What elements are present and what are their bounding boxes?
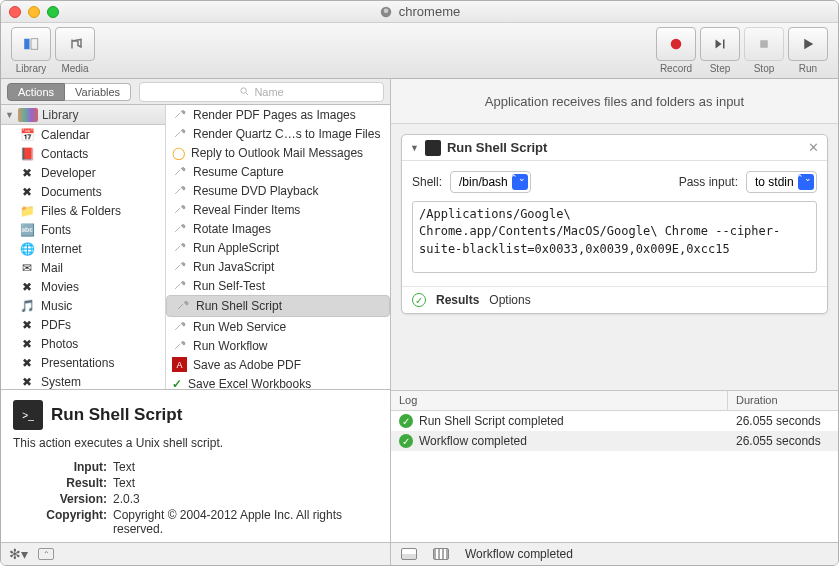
library-header[interactable]: ▼ Library (1, 105, 165, 125)
action-item[interactable]: Run Workflow (166, 336, 390, 355)
log-header-log[interactable]: Log (391, 391, 728, 410)
segment-actions[interactable]: Actions (7, 83, 65, 101)
segment-variables[interactable]: Variables (65, 83, 131, 101)
tool-icon (172, 258, 187, 276)
action-label: Run AppleScript (193, 241, 279, 255)
disclosure-triangle-icon[interactable]: ▼ (5, 110, 14, 120)
action-item[interactable]: Render PDF Pages as Images (166, 105, 390, 124)
svg-line-8 (246, 93, 248, 95)
minimize-window-button[interactable] (28, 6, 40, 18)
category-item[interactable]: ✖Documents (1, 182, 165, 201)
category-item[interactable]: 🌐Internet (1, 239, 165, 258)
action-label: Save Excel Workbooks (188, 377, 311, 390)
desc-value: 2.0.3 (113, 492, 378, 506)
category-label: Mail (41, 261, 63, 275)
action-item[interactable]: ASave as Adobe PDF (166, 355, 390, 374)
category-item[interactable]: ✖Developer (1, 163, 165, 182)
disclosure-triangle-icon[interactable]: ▼ (410, 143, 419, 153)
script-textarea[interactable]: /Applications/Google\ Chrome.app/Content… (412, 201, 817, 273)
action-item[interactable]: ◯Reply to Outlook Mail Messages (166, 143, 390, 162)
library-header-label: Library (42, 108, 79, 122)
category-item[interactable]: ✖Movies (1, 277, 165, 296)
segmented-control: Actions Variables (7, 83, 131, 101)
step-button[interactable] (700, 27, 740, 61)
workflow-pane: Application receives files and folders a… (391, 79, 838, 542)
log-row[interactable]: ✓Workflow completed26.055 seconds (391, 431, 838, 451)
category-icon: ✖ (19, 355, 35, 371)
action-item[interactable]: Run AppleScript (166, 238, 390, 257)
category-item[interactable]: 🔤Fonts (1, 220, 165, 239)
run-icon (799, 35, 817, 53)
category-item[interactable]: ✉Mail (1, 258, 165, 277)
zoom-window-button[interactable] (47, 6, 59, 18)
svg-point-4 (671, 39, 682, 50)
svg-rect-5 (723, 40, 725, 49)
log-row[interactable]: ✓Run Shell Script completed26.055 second… (391, 411, 838, 431)
category-item[interactable]: ✖PDFs (1, 315, 165, 334)
category-item[interactable]: ✖System (1, 372, 165, 389)
action-item[interactable]: ✓Save Excel Workbooks (166, 374, 390, 389)
run-button[interactable] (788, 27, 828, 61)
desc-key: Result: (13, 476, 113, 490)
shell-label: Shell: (412, 175, 442, 189)
category-list: ▼ Library 📅Calendar📕Contacts✖Developer✖D… (1, 105, 166, 389)
search-input[interactable]: Name (139, 82, 384, 102)
action-item[interactable]: Render Quartz C…s to Image Files (166, 124, 390, 143)
category-icon: ✖ (19, 317, 35, 333)
action-item[interactable]: Resume Capture (166, 162, 390, 181)
category-item[interactable]: 📁Files & Folders (1, 201, 165, 220)
action-item[interactable]: Rotate Images (166, 219, 390, 238)
receives-banner[interactable]: Application receives files and folders a… (391, 79, 838, 124)
media-icon (66, 35, 84, 53)
action-label: Render PDF Pages as Images (193, 108, 356, 122)
results-tab[interactable]: Results (436, 293, 479, 307)
stop-label: Stop (754, 63, 775, 74)
category-icon: ✖ (19, 279, 35, 295)
action-item[interactable]: Run Web Service (166, 317, 390, 336)
action-item[interactable]: Run Shell Script (166, 295, 390, 317)
svg-rect-2 (24, 39, 29, 50)
category-label: Photos (41, 337, 78, 351)
category-label: Music (41, 299, 72, 313)
category-item[interactable]: ✖Presentations (1, 353, 165, 372)
shell-select[interactable]: /bin/bash (450, 171, 531, 193)
log-header-duration[interactable]: Duration (728, 391, 838, 410)
action-item[interactable]: Resume DVD Playback (166, 181, 390, 200)
workflow-canvas[interactable]: ▼ Run Shell Script ✕ Shell: /bin/bash Pa… (391, 124, 838, 390)
record-button[interactable] (656, 27, 696, 61)
media-button[interactable] (55, 27, 95, 61)
terminal-icon (425, 140, 441, 156)
action-item[interactable]: Run JavaScript (166, 257, 390, 276)
tool-icon (172, 318, 187, 336)
desc-key: Input: (13, 460, 113, 474)
category-item[interactable]: 📅Calendar (1, 125, 165, 144)
action-label: Run Shell Script (196, 299, 282, 313)
search-icon (239, 86, 250, 97)
description-panel: >_ Run Shell Script This action executes… (1, 389, 390, 542)
category-item[interactable]: 📕Contacts (1, 144, 165, 163)
excel-icon: ✓ (172, 377, 182, 390)
category-item[interactable]: ✖Photos (1, 334, 165, 353)
stop-button[interactable] (744, 27, 784, 61)
library-button[interactable] (11, 27, 51, 61)
action-label: Run Workflow (193, 339, 267, 353)
gear-menu-button[interactable]: ✻▾ (9, 546, 28, 562)
action-item[interactable]: Reveal Finder Items (166, 200, 390, 219)
category-icon: 🎵 (19, 298, 35, 314)
category-icon: 📁 (19, 203, 35, 219)
options-tab[interactable]: Options (489, 293, 530, 307)
close-window-button[interactable] (9, 6, 21, 18)
view-mode-list-button[interactable] (401, 548, 417, 560)
library-pane: Actions Variables Name ▼ Library 📅Calend… (1, 79, 391, 542)
view-mode-grid-button[interactable] (433, 548, 449, 560)
expand-button[interactable]: ⌃ (38, 548, 54, 560)
close-action-button[interactable]: ✕ (808, 140, 819, 155)
action-item[interactable]: Run Self-Test (166, 276, 390, 295)
tool-icon (172, 277, 187, 295)
step-label: Step (710, 63, 731, 74)
automator-icon (379, 5, 393, 19)
category-item[interactable]: 🎵Music (1, 296, 165, 315)
tool-icon (172, 182, 187, 200)
tool-icon (172, 201, 187, 219)
pass-input-select[interactable]: to stdin (746, 171, 817, 193)
